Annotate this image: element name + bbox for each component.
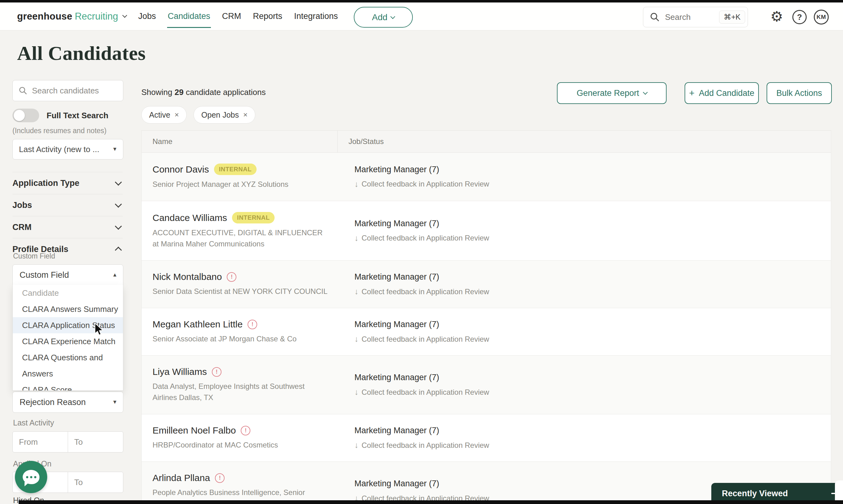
logo[interactable]: greenhouse Recruiting bbox=[17, 2, 126, 30]
filter-section-jobs[interactable]: Jobs bbox=[13, 194, 123, 216]
candidate-name[interactable]: Nick Montalbano bbox=[153, 272, 222, 282]
top-nav: greenhouse Recruiting JobsCandidatesCRMR… bbox=[0, 2, 843, 31]
job-title: Marketing Manager (7) bbox=[355, 165, 831, 175]
status-text: Collect feedback in Application Review bbox=[362, 388, 489, 397]
internal-badge: INTERNAL bbox=[232, 212, 275, 223]
add-button[interactable]: Add bbox=[354, 7, 413, 28]
filter-chip-active[interactable]: Active× bbox=[141, 106, 187, 124]
page-title: All Candidates bbox=[17, 42, 146, 65]
sort-caret-down-icon: ▼ bbox=[112, 146, 117, 152]
nav-item-jobs[interactable]: Jobs bbox=[138, 10, 157, 22]
last-activity-from-input[interactable]: From bbox=[13, 432, 68, 452]
rejection-reason-select[interactable]: Rejection Reason ▼ bbox=[13, 392, 123, 413]
add-candidate-button[interactable]: + Add Candidate bbox=[685, 82, 759, 104]
chat-bubble-icon bbox=[23, 470, 39, 484]
candidate-search-placeholder: Search candidates bbox=[32, 86, 99, 95]
candidate-name-cell: Nick Montalbano ! Senior Data Scientist … bbox=[153, 272, 351, 297]
last-activity-to-input[interactable]: To bbox=[68, 432, 123, 452]
filter-section-crm[interactable]: CRM bbox=[13, 216, 123, 238]
restricted-info-icon[interactable]: ! bbox=[247, 320, 257, 329]
filter-chip-open-jobs[interactable]: Open Jobs× bbox=[193, 106, 255, 124]
dropdown-option-clara-score[interactable]: CLARA Score bbox=[13, 382, 123, 391]
candidate-name[interactable]: Liya Williams bbox=[153, 366, 207, 377]
filter-chip-label: Open Jobs bbox=[201, 110, 239, 120]
column-header-name: Name bbox=[142, 137, 337, 146]
dropdown-option-clara-answers-summary[interactable]: CLARA Answers Summary bbox=[13, 301, 123, 317]
dropdown-option-clara-application-status[interactable]: CLARA Application Status bbox=[13, 317, 123, 333]
custom-field-select[interactable]: Custom Field ▲ bbox=[13, 265, 123, 286]
arrow-down-icon: ↓ bbox=[355, 179, 359, 189]
candidate-name-cell: Megan Kathleen Little ! Senior Associate… bbox=[153, 319, 351, 344]
last-activity-label: Last Activity bbox=[13, 418, 54, 427]
generate-report-button[interactable]: Generate Report bbox=[557, 82, 667, 104]
candidate-name[interactable]: Connor Davis bbox=[153, 164, 209, 175]
job-status-cell: Marketing Manager (7) ↓ Collect feedback… bbox=[351, 425, 831, 451]
job-status-cell: Marketing Manager (7) ↓ Collect feedback… bbox=[351, 366, 831, 403]
job-status-cell: Marketing Manager (7) ↓ Collect feedback… bbox=[351, 272, 831, 297]
dropdown-option-clara-experience-match[interactable]: CLARA Experience Match bbox=[13, 333, 123, 349]
status-text: Collect feedback in Application Review bbox=[362, 180, 489, 188]
custom-field-dropdown: Candidate CLARA Answers SummaryCLARA App… bbox=[13, 285, 123, 391]
logo-chevron-down-icon[interactable] bbox=[122, 13, 127, 18]
status-text: Collect feedback in Application Review bbox=[362, 287, 489, 296]
recently-viewed-title: Recently Viewed bbox=[722, 489, 788, 499]
candidate-row[interactable]: Emilleen Noel Falbo ! HRBP/Coordinator a… bbox=[142, 414, 831, 462]
global-search[interactable]: Search ⌘+K bbox=[643, 7, 748, 27]
avatar[interactable]: KM bbox=[814, 10, 829, 24]
help-icon[interactable]: ? bbox=[792, 10, 807, 24]
nav-item-crm[interactable]: CRM bbox=[222, 10, 242, 22]
internal-badge: INTERNAL bbox=[214, 164, 257, 175]
full-text-search-hint: (Includes resumes and notes) bbox=[13, 127, 106, 135]
search-shortcut: ⌘+K bbox=[719, 11, 745, 23]
search-icon bbox=[650, 12, 660, 22]
candidate-name[interactable]: Emilleen Noel Falbo bbox=[153, 425, 236, 436]
chat-launcher-button[interactable] bbox=[15, 461, 47, 493]
candidate-subtitle: ACCOUNT EXECUTIVE, DIGITAL & INFLUENCER … bbox=[153, 227, 328, 250]
screen-bottom-bar bbox=[19, 500, 843, 504]
restricted-info-icon[interactable]: ! bbox=[241, 426, 251, 435]
nav-item-reports[interactable]: Reports bbox=[252, 10, 283, 22]
table-header: Name Job/Status bbox=[142, 130, 831, 153]
remove-filter-icon[interactable]: × bbox=[175, 110, 179, 119]
nav-item-integrations[interactable]: Integrations bbox=[294, 10, 339, 22]
filter-sections: Application TypeJobsCRMProfile Details bbox=[13, 172, 123, 260]
search-placeholder: Search bbox=[665, 13, 719, 22]
toggle-knob bbox=[14, 110, 25, 121]
applied-on-to-input[interactable]: To bbox=[68, 472, 123, 492]
filter-section-application-type[interactable]: Application Type bbox=[13, 172, 123, 194]
status-text: Collect feedback in Application Review bbox=[362, 441, 489, 450]
candidate-name[interactable]: Candace Williams bbox=[153, 213, 227, 223]
restricted-info-icon[interactable]: ! bbox=[215, 473, 225, 483]
add-chevron-down-icon bbox=[391, 14, 395, 19]
job-title: Marketing Manager (7) bbox=[355, 219, 831, 229]
arrow-down-icon: ↓ bbox=[355, 440, 359, 450]
arrow-down-icon: ↓ bbox=[355, 334, 359, 344]
settings-gear-icon[interactable]: ⚙ bbox=[770, 9, 783, 23]
candidate-row[interactable]: Candace Williams INTERNAL ! ACCOUNT EXEC… bbox=[142, 201, 831, 261]
job-title: Marketing Manager (7) bbox=[355, 272, 831, 282]
results-summary: Showing 29 candidate applications bbox=[141, 88, 265, 97]
candidate-name[interactable]: Megan Kathleen Little bbox=[153, 319, 243, 329]
full-text-search-toggle[interactable] bbox=[13, 109, 39, 122]
candidate-name-cell: Connor Davis INTERNAL ! Senior Project M… bbox=[153, 164, 351, 190]
dropdown-option-clara-questions-and-answers[interactable]: CLARA Questions and Answers bbox=[13, 349, 123, 382]
candidate-row[interactable]: Megan Kathleen Little ! Senior Associate… bbox=[142, 308, 831, 356]
bulk-actions-button[interactable]: Bulk Actions bbox=[767, 82, 832, 104]
restricted-info-icon[interactable]: ! bbox=[212, 367, 222, 377]
candidate-name[interactable]: Arlinda Pllana bbox=[153, 473, 210, 483]
candidate-row[interactable]: Liya Williams ! Data Analyst, Employee I… bbox=[142, 356, 831, 414]
table-body: Connor Davis INTERNAL ! Senior Project M… bbox=[142, 153, 831, 504]
plus-icon: + bbox=[689, 88, 694, 98]
job-title: Marketing Manager (7) bbox=[355, 426, 831, 435]
candidate-row[interactable]: Nick Montalbano ! Senior Data Scientist … bbox=[142, 261, 831, 308]
candidate-search-field[interactable]: Search candidates bbox=[13, 80, 123, 101]
candidate-subtitle: Senior Associate at JP Morgan Chase & Co bbox=[153, 333, 328, 344]
sort-select[interactable]: Last Activity (new to ... ▼ bbox=[13, 139, 123, 160]
restricted-info-icon[interactable]: ! bbox=[227, 272, 236, 282]
candidate-name-cell: Arlinda Pllana ! People Analytics Busine… bbox=[153, 473, 351, 504]
candidate-subtitle: Data Analyst, Employee Insights at South… bbox=[153, 381, 328, 403]
candidate-row[interactable]: Connor Davis INTERNAL ! Senior Project M… bbox=[142, 153, 831, 201]
remove-filter-icon[interactable]: × bbox=[243, 110, 247, 119]
candidate-subtitle: Senior Project Manager at XYZ Solutions bbox=[153, 179, 328, 190]
nav-item-candidates[interactable]: Candidates bbox=[167, 10, 211, 22]
